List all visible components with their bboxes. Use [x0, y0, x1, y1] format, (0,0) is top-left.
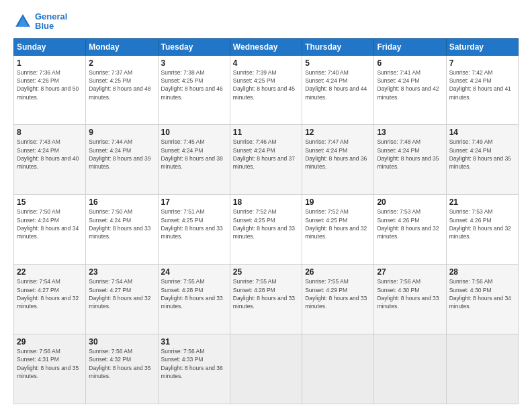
day-number: 6	[377, 58, 443, 68]
day-number: 30	[89, 337, 154, 347]
calendar-cell	[302, 334, 374, 404]
header: General Blue	[13, 12, 519, 32]
day-detail: Sunrise: 7:56 AMSunset: 4:30 PMDaylight:…	[449, 277, 515, 310]
day-number: 12	[305, 128, 371, 137]
calendar-cell: 4 Sunrise: 7:39 AMSunset: 4:25 PMDayligh…	[230, 55, 302, 125]
day-detail: Sunrise: 7:42 AMSunset: 4:24 PMDaylight:…	[449, 68, 515, 101]
day-number: 21	[449, 197, 515, 207]
day-number: 11	[233, 128, 299, 137]
day-header-saturday: Saturday	[446, 38, 518, 55]
day-detail: Sunrise: 7:55 AMSunset: 4:28 PMDaylight:…	[233, 277, 299, 310]
calendar-cell: 16 Sunrise: 7:50 AMSunset: 4:24 PMDaylig…	[86, 195, 158, 265]
calendar-cell: 10 Sunrise: 7:45 AMSunset: 4:24 PMDaylig…	[158, 125, 230, 195]
day-detail: Sunrise: 7:56 AMSunset: 4:33 PMDaylight:…	[161, 347, 227, 380]
day-detail: Sunrise: 7:54 AMSunset: 4:27 PMDaylight:…	[17, 277, 83, 310]
calendar-cell	[446, 334, 518, 404]
day-number: 7	[449, 58, 515, 68]
day-detail: Sunrise: 7:50 AMSunset: 4:24 PMDaylight:…	[17, 208, 83, 240]
calendar-cell: 12 Sunrise: 7:47 AMSunset: 4:24 PMDaylig…	[302, 125, 374, 195]
calendar-cell: 1 Sunrise: 7:36 AMSunset: 4:26 PMDayligh…	[14, 55, 86, 125]
day-detail: Sunrise: 7:47 AMSunset: 4:24 PMDaylight:…	[305, 138, 371, 171]
day-detail: Sunrise: 7:38 AMSunset: 4:25 PMDaylight:…	[161, 68, 227, 101]
day-number: 15	[17, 197, 83, 207]
calendar-cell: 19 Sunrise: 7:52 AMSunset: 4:25 PMDaylig…	[302, 195, 374, 265]
day-number: 26	[305, 267, 371, 277]
calendar-cell: 25 Sunrise: 7:55 AMSunset: 4:28 PMDaylig…	[230, 265, 302, 334]
day-detail: Sunrise: 7:55 AMSunset: 4:28 PMDaylight:…	[161, 277, 227, 310]
calendar-cell	[374, 334, 446, 404]
calendar-cell: 14 Sunrise: 7:49 AMSunset: 4:24 PMDaylig…	[446, 125, 518, 195]
day-number: 20	[377, 197, 443, 207]
day-detail: Sunrise: 7:49 AMSunset: 4:24 PMDaylight:…	[449, 138, 515, 171]
calendar-cell: 23 Sunrise: 7:54 AMSunset: 4:27 PMDaylig…	[86, 265, 158, 334]
day-number: 2	[89, 58, 154, 68]
day-number: 4	[233, 58, 299, 68]
calendar-cell: 7 Sunrise: 7:42 AMSunset: 4:24 PMDayligh…	[446, 55, 518, 125]
day-detail: Sunrise: 7:55 AMSunset: 4:29 PMDaylight:…	[305, 277, 371, 310]
day-detail: Sunrise: 7:56 AMSunset: 4:30 PMDaylight:…	[377, 277, 443, 310]
day-detail: Sunrise: 7:56 AMSunset: 4:31 PMDaylight:…	[17, 347, 83, 380]
calendar-cell: 18 Sunrise: 7:52 AMSunset: 4:25 PMDaylig…	[230, 195, 302, 265]
day-detail: Sunrise: 7:37 AMSunset: 4:25 PMDaylight:…	[89, 68, 154, 101]
logo-icon	[13, 12, 32, 31]
calendar-week-row: 15 Sunrise: 7:50 AMSunset: 4:24 PMDaylig…	[14, 195, 519, 265]
calendar-cell: 21 Sunrise: 7:53 AMSunset: 4:26 PMDaylig…	[446, 195, 518, 265]
calendar-cell: 27 Sunrise: 7:56 AMSunset: 4:30 PMDaylig…	[374, 265, 446, 334]
day-number: 9	[89, 128, 154, 137]
day-detail: Sunrise: 7:53 AMSunset: 4:26 PMDaylight:…	[377, 208, 443, 240]
day-number: 14	[449, 128, 515, 137]
day-detail: Sunrise: 7:36 AMSunset: 4:26 PMDaylight:…	[17, 68, 83, 101]
logo: General Blue	[13, 12, 67, 32]
calendar-header-row: SundayMondayTuesdayWednesdayThursdayFrid…	[14, 38, 519, 55]
calendar-cell: 6 Sunrise: 7:41 AMSunset: 4:24 PMDayligh…	[374, 55, 446, 125]
calendar-cell: 13 Sunrise: 7:48 AMSunset: 4:24 PMDaylig…	[374, 125, 446, 195]
day-detail: Sunrise: 7:43 AMSunset: 4:24 PMDaylight:…	[17, 138, 83, 171]
day-number: 28	[449, 267, 515, 277]
day-detail: Sunrise: 7:51 AMSunset: 4:25 PMDaylight:…	[161, 208, 227, 240]
day-number: 29	[17, 337, 83, 347]
day-detail: Sunrise: 7:48 AMSunset: 4:24 PMDaylight:…	[377, 138, 443, 171]
day-detail: Sunrise: 7:53 AMSunset: 4:26 PMDaylight:…	[449, 208, 515, 240]
calendar-cell: 15 Sunrise: 7:50 AMSunset: 4:24 PMDaylig…	[14, 195, 86, 265]
calendar-week-row: 22 Sunrise: 7:54 AMSunset: 4:27 PMDaylig…	[14, 265, 519, 334]
day-detail: Sunrise: 7:54 AMSunset: 4:27 PMDaylight:…	[89, 277, 154, 310]
day-detail: Sunrise: 7:44 AMSunset: 4:24 PMDaylight:…	[89, 138, 154, 171]
day-number: 13	[377, 128, 443, 137]
day-header-sunday: Sunday	[14, 38, 86, 55]
day-number: 5	[305, 58, 371, 68]
day-number: 22	[17, 267, 83, 277]
calendar-week-row: 1 Sunrise: 7:36 AMSunset: 4:26 PMDayligh…	[14, 55, 519, 125]
calendar-cell: 29 Sunrise: 7:56 AMSunset: 4:31 PMDaylig…	[14, 334, 86, 404]
day-detail: Sunrise: 7:41 AMSunset: 4:24 PMDaylight:…	[377, 68, 443, 101]
calendar-cell: 11 Sunrise: 7:46 AMSunset: 4:24 PMDaylig…	[230, 125, 302, 195]
calendar-cell: 17 Sunrise: 7:51 AMSunset: 4:25 PMDaylig…	[158, 195, 230, 265]
day-detail: Sunrise: 7:46 AMSunset: 4:24 PMDaylight:…	[233, 138, 299, 171]
calendar-cell: 3 Sunrise: 7:38 AMSunset: 4:25 PMDayligh…	[158, 55, 230, 125]
day-detail: Sunrise: 7:56 AMSunset: 4:32 PMDaylight:…	[89, 347, 154, 380]
day-detail: Sunrise: 7:45 AMSunset: 4:24 PMDaylight:…	[161, 138, 227, 171]
calendar-cell: 20 Sunrise: 7:53 AMSunset: 4:26 PMDaylig…	[374, 195, 446, 265]
calendar-cell: 5 Sunrise: 7:40 AMSunset: 4:24 PMDayligh…	[302, 55, 374, 125]
calendar-cell: 9 Sunrise: 7:44 AMSunset: 4:24 PMDayligh…	[86, 125, 158, 195]
calendar-cell: 2 Sunrise: 7:37 AMSunset: 4:25 PMDayligh…	[86, 55, 158, 125]
day-header-monday: Monday	[86, 38, 158, 55]
day-detail: Sunrise: 7:39 AMSunset: 4:25 PMDaylight:…	[233, 68, 299, 101]
calendar-cell: 28 Sunrise: 7:56 AMSunset: 4:30 PMDaylig…	[446, 265, 518, 334]
day-number: 19	[305, 197, 371, 207]
calendar-cell: 31 Sunrise: 7:56 AMSunset: 4:33 PMDaylig…	[158, 334, 230, 404]
day-header-thursday: Thursday	[302, 38, 374, 55]
day-number: 25	[233, 267, 299, 277]
day-number: 16	[89, 197, 154, 207]
page: General Blue SundayMondayTuesdayWednesda…	[0, 0, 532, 411]
logo-text: General Blue	[35, 12, 67, 32]
calendar-table: SundayMondayTuesdayWednesdayThursdayFrid…	[13, 38, 519, 404]
day-detail: Sunrise: 7:40 AMSunset: 4:24 PMDaylight:…	[305, 68, 371, 101]
day-number: 18	[233, 197, 299, 207]
day-detail: Sunrise: 7:52 AMSunset: 4:25 PMDaylight:…	[233, 208, 299, 240]
day-detail: Sunrise: 7:52 AMSunset: 4:25 PMDaylight:…	[305, 208, 371, 240]
calendar-cell: 22 Sunrise: 7:54 AMSunset: 4:27 PMDaylig…	[14, 265, 86, 334]
day-number: 8	[17, 128, 83, 137]
day-header-wednesday: Wednesday	[230, 38, 302, 55]
day-number: 1	[17, 58, 83, 68]
day-number: 10	[161, 128, 227, 137]
